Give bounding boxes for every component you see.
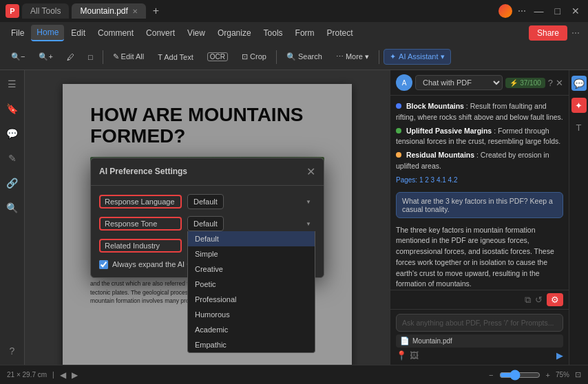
- zoom-slider[interactable]: [499, 370, 540, 381]
- dot-blue-icon: [396, 103, 401, 109]
- chat-refresh-button[interactable]: ↺: [535, 295, 543, 305]
- add-text-button[interactable]: T Add Text: [152, 50, 199, 64]
- file-name: Mountain.pdf: [412, 337, 452, 345]
- chat-location-button[interactable]: 📍: [396, 350, 407, 361]
- chat-attached-file: 📄 Mountain.pdf: [396, 334, 563, 348]
- chat-info-button[interactable]: ?: [548, 78, 553, 88]
- search-button[interactable]: 🔍 Search: [281, 50, 328, 64]
- tone-option-creative[interactable]: Creative: [188, 262, 315, 277]
- response-language-label: Response Language: [99, 195, 182, 209]
- chat-mode-select[interactable]: Chat with PDF: [415, 75, 503, 90]
- maximize-button[interactable]: □: [552, 6, 563, 17]
- tab-label: Mountain.pdf: [80, 6, 127, 16]
- sidebar-icon-edit[interactable]: ✎: [4, 150, 21, 167]
- tab-close-icon[interactable]: ✕: [132, 8, 138, 15]
- tone-option-simple[interactable]: Simple: [188, 246, 315, 262]
- new-tab-button[interactable]: +: [149, 5, 163, 17]
- shape-tool-button[interactable]: □: [83, 50, 98, 64]
- nav-prev-button[interactable]: ◀: [60, 370, 66, 380]
- tab-all-tools[interactable]: All Tools: [22, 3, 69, 19]
- related-industry-label: Related Industry: [99, 239, 182, 253]
- sidebar-icon-bookmark[interactable]: 🔖: [4, 100, 21, 117]
- menu-organize[interactable]: Organize: [212, 25, 257, 41]
- page-reference-1: Pages: 1 2 3 4.1 4.2: [396, 175, 563, 185]
- zoom-in-status-button[interactable]: +: [546, 371, 550, 379]
- tone-option-default[interactable]: Default: [188, 231, 315, 246]
- chat-input-area: Ask anything about PDF, Press '/' for Pr…: [390, 309, 569, 365]
- close-button[interactable]: ✕: [569, 6, 582, 17]
- sidebar-icon-menu[interactable]: ☰: [4, 76, 21, 92]
- sidebar-icon-search[interactable]: 🔍: [4, 200, 21, 216]
- pdf-area: HOW ARE MOUNTAINS FORMED? Mountains are …: [25, 70, 390, 365]
- tone-option-empathic[interactable]: Empathic: [188, 337, 315, 352]
- chat-close-button[interactable]: ✕: [556, 78, 563, 88]
- nav-next-button[interactable]: ▶: [72, 370, 78, 380]
- chat-attachment-button[interactable]: 🖼: [410, 350, 419, 361]
- menu-protect[interactable]: Protect: [322, 25, 359, 41]
- user-message-1: What are the 3 key factors in this PDF? …: [396, 192, 563, 218]
- right-sidebar: 💬 ✦ T: [569, 70, 588, 365]
- tone-option-poetic[interactable]: Poetic: [188, 277, 315, 292]
- edit-all-button[interactable]: ✎ Edit All: [107, 50, 150, 64]
- chat-settings-button[interactable]: ⚙: [547, 293, 563, 306]
- modal-close-button[interactable]: ✕: [306, 165, 315, 178]
- expand-ai-checkbox[interactable]: [99, 260, 108, 269]
- title-bar: P All Tools Mountain.pdf ✕ + ⋯ — □ ✕: [0, 0, 588, 22]
- status-sep-1: |: [52, 371, 54, 378]
- response-tone-label: Response Tone: [99, 217, 182, 231]
- assistant-text-1: The three key factors in mountain format…: [396, 226, 554, 288]
- chat-input[interactable]: Ask anything about PDF, Press '/' for Pr…: [396, 314, 563, 332]
- bullet-item-3: Residual Mountains : Created by erosion …: [396, 150, 563, 172]
- chat-send-button[interactable]: ▶: [556, 350, 563, 361]
- rs-icon-translate[interactable]: T: [571, 120, 587, 135]
- menu-bar: File Home Edit Comment Convert View Orga…: [0, 22, 588, 44]
- zoom-in-button[interactable]: 🔍+: [33, 50, 58, 64]
- tab-mountain-pdf[interactable]: Mountain.pdf ✕: [72, 3, 145, 19]
- dot-green-icon: [396, 128, 401, 134]
- response-tone-select-wrap: Default Default Simple Creative Poetic P…: [187, 216, 315, 231]
- toolbar-separator-2: [276, 50, 277, 64]
- crop-button[interactable]: ⊡ Crop: [236, 50, 272, 64]
- menu-more-icon[interactable]: ⋯: [569, 28, 582, 38]
- share-button[interactable]: Share: [529, 25, 567, 41]
- tone-option-professional[interactable]: Professional: [188, 292, 315, 307]
- ai-assistant-button[interactable]: ✦ AI Assistant ▾: [384, 49, 451, 65]
- main-content: ☰ 🔖 💬 ✎ 🔗 🔍 ? HOW ARE MOUNTAINS FORMED?: [0, 70, 588, 365]
- bullet-title-3: Residual Mountains: [406, 151, 474, 159]
- chat-copy-button[interactable]: ⧉: [525, 295, 531, 306]
- ocr-button[interactable]: OCR: [202, 50, 233, 64]
- response-tone-select[interactable]: Default: [187, 216, 224, 231]
- tone-option-humorous[interactable]: Humorous: [188, 307, 315, 322]
- chat-header-icons: ? ✕: [548, 78, 563, 88]
- minimize-button[interactable]: —: [532, 6, 547, 17]
- rs-icon-chat[interactable]: 💬: [571, 76, 587, 91]
- left-sidebar: ☰ 🔖 💬 ✎ 🔗 🔍 ?: [0, 70, 25, 365]
- right-panel: A Chat with PDF ⚡ 37/100 ? ✕ Block Mount…: [390, 70, 569, 365]
- status-bar: 21 × 29.7 cm | ◀ ▶ − + 75% ⊡: [0, 365, 588, 384]
- ai-icon: ✦: [390, 52, 396, 61]
- menu-edit[interactable]: Edit: [65, 25, 91, 41]
- menu-home[interactable]: Home: [31, 25, 64, 41]
- sidebar-icon-link[interactable]: 🔗: [4, 175, 21, 191]
- zoom-out-status-button[interactable]: −: [489, 371, 493, 379]
- tone-option-academic[interactable]: Academic: [188, 322, 315, 337]
- sidebar-icon-help[interactable]: ?: [4, 343, 21, 359]
- more-options-icon[interactable]: ⋯: [518, 6, 526, 16]
- modal-overlay: AI Preference Settings ✕ Response Langua…: [25, 70, 390, 365]
- sidebar-icon-comment[interactable]: 💬: [4, 125, 21, 142]
- assistant-message-1: The three key factors in mountain format…: [396, 225, 563, 290]
- more-button[interactable]: ⋯ More ▾: [330, 50, 375, 64]
- menu-view[interactable]: View: [182, 25, 211, 41]
- response-language-select[interactable]: Default: [187, 194, 224, 209]
- menu-comment[interactable]: Comment: [92, 25, 139, 41]
- highlight-tool-button[interactable]: 🖊: [61, 50, 80, 64]
- menu-tools[interactable]: Tools: [258, 25, 288, 41]
- zoom-out-button[interactable]: 🔍−: [6, 50, 30, 64]
- menu-file[interactable]: File: [6, 25, 30, 41]
- zoom-value-label: 75%: [556, 371, 569, 378]
- menu-convert[interactable]: Convert: [140, 25, 180, 41]
- fit-page-button[interactable]: ⊡: [575, 370, 581, 379]
- rs-icon-ai[interactable]: ✦: [571, 98, 587, 113]
- toolbar-separator: [103, 50, 103, 64]
- menu-form[interactable]: Form: [290, 25, 320, 41]
